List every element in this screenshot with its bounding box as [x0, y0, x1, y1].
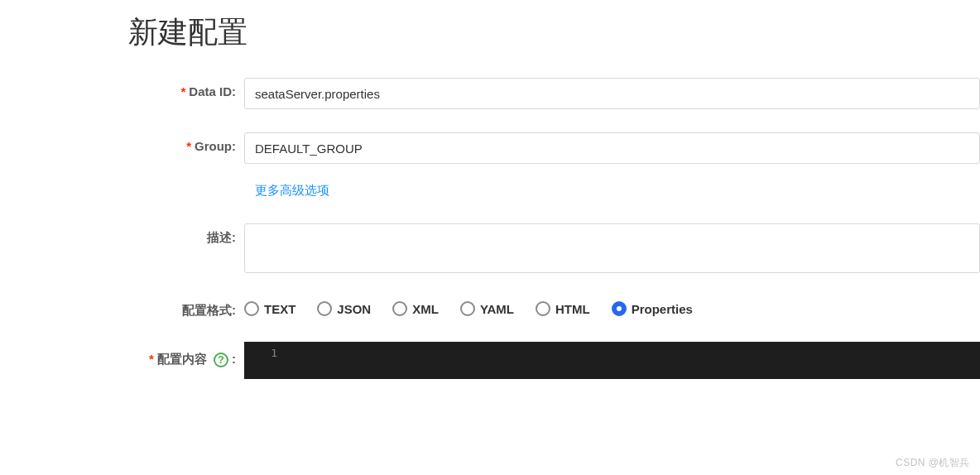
content-row: *配置内容 ?: 1 — [0, 342, 980, 379]
data-id-row: *Data ID: — [0, 78, 980, 109]
help-icon[interactable]: ? — [214, 353, 228, 367]
radio-label: Properties — [632, 302, 693, 316]
format-radio-text[interactable]: TEXT — [244, 301, 295, 316]
format-radio-html[interactable]: HTML — [536, 301, 590, 316]
format-radio-yaml[interactable]: YAML — [460, 301, 514, 316]
format-radio-xml[interactable]: XML — [392, 301, 439, 316]
data-id-label: *Data ID: — [0, 78, 244, 98]
watermark: CSDN @机智兵 — [896, 456, 970, 470]
radio-circle-icon — [317, 301, 332, 316]
format-label: 配置格式: — [0, 296, 244, 319]
required-mark: * — [186, 139, 191, 153]
description-row: 描述: — [0, 223, 980, 273]
radio-circle-icon — [460, 301, 475, 316]
format-radio-group: TEXTJSONXMLYAMLHTMLProperties — [244, 296, 693, 316]
code-content[interactable] — [286, 342, 980, 379]
more-options-link[interactable]: 更多高级选项 — [0, 183, 980, 199]
page-title: 新建配置 — [0, 0, 980, 78]
format-radio-json[interactable]: JSON — [317, 301, 371, 316]
radio-label: JSON — [337, 302, 371, 316]
required-mark: * — [149, 352, 154, 366]
description-label: 描述: — [0, 223, 244, 246]
radio-label: HTML — [555, 302, 590, 316]
format-radio-properties[interactable]: Properties — [612, 301, 693, 316]
content-label: *配置内容 ?: — [0, 342, 244, 367]
format-row: 配置格式: TEXTJSONXMLYAMLHTMLProperties — [0, 296, 980, 319]
group-input[interactable] — [244, 132, 980, 164]
radio-circle-icon — [536, 301, 550, 316]
required-mark: * — [180, 84, 185, 98]
radio-label: YAML — [480, 302, 514, 316]
line-number: 1 — [244, 342, 286, 379]
radio-circle-icon — [392, 301, 407, 316]
radio-circle-icon — [244, 301, 259, 316]
radio-circle-icon — [612, 301, 627, 316]
description-input[interactable] — [244, 223, 980, 273]
data-id-input[interactable] — [244, 78, 980, 109]
group-label: *Group: — [0, 132, 244, 153]
radio-label: TEXT — [264, 302, 295, 316]
group-row: *Group: — [0, 132, 980, 164]
radio-label: XML — [412, 302, 439, 316]
code-editor[interactable]: 1 — [244, 342, 980, 379]
